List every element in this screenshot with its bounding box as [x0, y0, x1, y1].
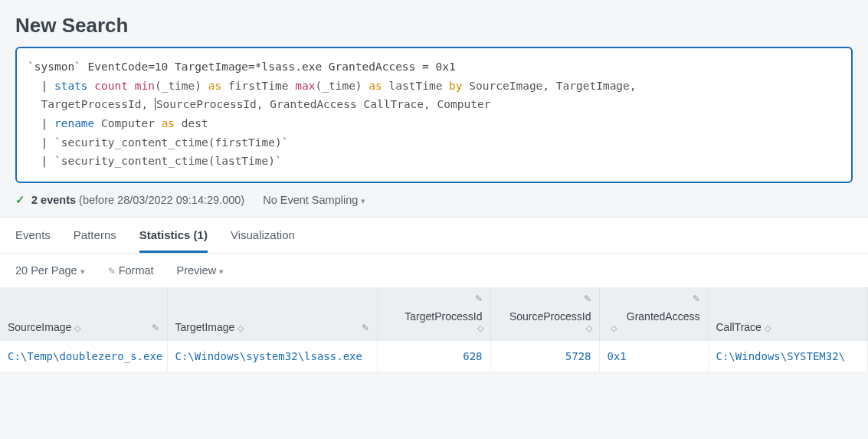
event-count-status: ✓ 2 events (before 28/03/2022 09:14:29.0… — [15, 194, 244, 206]
cell-grantedaccess[interactable]: 0x1 — [599, 341, 708, 372]
results-table: SourceImage◇✎ TargetImage◇✎ ✎ TargetProc… — [0, 287, 868, 372]
pencil-icon: ✎ — [108, 266, 116, 277]
search-input[interactable]: `sysmon` EventCode=10 TargetImage=*lsass… — [15, 47, 853, 183]
col-header-sourceprocessid[interactable]: ✎ SourceProcessId ◇ — [490, 287, 599, 341]
pencil-icon[interactable]: ✎ — [362, 323, 369, 333]
sort-icon: ◇ — [586, 323, 591, 333]
sort-icon: ◇ — [74, 323, 80, 333]
cell-calltrace[interactable]: C:\Windows\SYSTEM32\ — [708, 341, 868, 372]
tab-visualization[interactable]: Visualization — [231, 228, 295, 253]
preview-dropdown[interactable]: Preview — [177, 264, 224, 277]
col-header-sourceimage[interactable]: SourceImage◇✎ — [0, 287, 167, 341]
col-header-grantedaccess[interactable]: ✎ GrantedAccess ◇ — [599, 287, 708, 341]
cell-sourceimage[interactable]: C:\Temp\doublezero_s.exe — [0, 341, 167, 372]
table-toolbar: 20 Per Page ✎Format Preview — [0, 254, 868, 287]
event-sampling-dropdown[interactable]: No Event Sampling — [263, 194, 365, 206]
col-header-targetimage[interactable]: TargetImage◇✎ — [167, 287, 377, 341]
pencil-icon[interactable]: ✎ — [152, 323, 159, 333]
sort-icon: ◇ — [237, 323, 243, 333]
tab-statistics[interactable]: Statistics (1) — [139, 228, 208, 253]
tab-patterns[interactable]: Patterns — [74, 228, 116, 253]
check-icon: ✓ — [15, 194, 25, 206]
cell-sourceprocessid[interactable]: 5728 — [490, 341, 599, 372]
search-line-1: `sysmon` EventCode=10 TargetImage=*lsass… — [28, 61, 456, 73]
col-header-targetprocessid[interactable]: ✎ TargetProcessId ◇ — [377, 287, 490, 341]
cell-targetprocessid[interactable]: 628 — [377, 341, 490, 372]
page-title: New Search — [15, 14, 853, 38]
col-header-calltrace[interactable]: CallTrace◇ — [708, 287, 868, 341]
format-dropdown[interactable]: ✎Format — [108, 264, 154, 277]
result-tabs: Events Patterns Statistics (1) Visualiza… — [0, 218, 868, 254]
table-row[interactable]: C:\Temp\doublezero_s.exe C:\Windows\syst… — [0, 341, 868, 372]
status-bar: ✓ 2 events (before 28/03/2022 09:14:29.0… — [0, 183, 868, 218]
sort-icon: ◇ — [765, 323, 770, 333]
sort-icon: ◇ — [611, 323, 616, 333]
pencil-icon[interactable]: ✎ — [584, 293, 591, 304]
sort-icon: ◇ — [477, 323, 483, 333]
tab-events[interactable]: Events — [15, 228, 51, 253]
pencil-icon[interactable]: ✎ — [475, 293, 483, 304]
per-page-dropdown[interactable]: 20 Per Page — [15, 264, 85, 277]
cell-targetimage[interactable]: C:\Windows\system32\lsass.exe — [167, 341, 377, 372]
pencil-icon[interactable]: ✎ — [693, 293, 700, 304]
text-cursor — [155, 98, 156, 110]
